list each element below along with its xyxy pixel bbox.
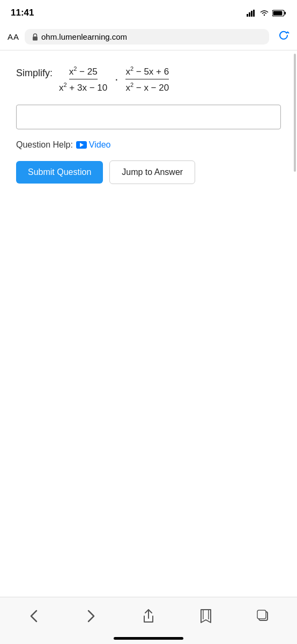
video-link[interactable]: Video: [76, 140, 111, 150]
fraction-2-denominator: x2 − x − 20: [125, 80, 169, 93]
video-link-text: Video: [89, 140, 111, 150]
refresh-icon: [278, 30, 289, 41]
status-bar: 11:41: [0, 0, 297, 24]
jump-to-answer-button[interactable]: Jump to Answer: [109, 160, 195, 184]
signal-icon: [247, 10, 256, 17]
svg-rect-7: [33, 36, 38, 41]
tabs-button[interactable]: [250, 604, 277, 628]
forward-icon: [87, 610, 95, 623]
multiply-dot: ·: [115, 72, 118, 86]
fraction-container: x2 − 25 x2 + 3x − 10 · x2 − 5x + 6 x2 − …: [59, 65, 169, 93]
svg-rect-9: [257, 610, 266, 619]
bookmarks-button[interactable]: [192, 604, 219, 628]
url-text: ohm.lumenlearning.com: [41, 32, 127, 41]
svg-rect-6: [273, 11, 283, 15]
svg-rect-5: [285, 12, 286, 14]
problem-section: Simplify: x2 − 25 x2 + 3x − 10 · x2 − 5x…: [16, 65, 281, 93]
question-help-label: Question Help:: [16, 140, 73, 150]
status-icons: [247, 9, 286, 17]
book-icon: [199, 609, 212, 624]
fraction-1: x2 − 25 x2 + 3x − 10: [59, 65, 107, 93]
browser-bar: AA ohm.lumenlearning.com: [0, 24, 297, 50]
status-time: 11:41: [11, 8, 34, 18]
battery-icon: [272, 10, 286, 17]
tabs-icon: [257, 610, 270, 623]
fraction-1-denominator: x2 + 3x − 10: [59, 80, 107, 93]
share-icon: [143, 609, 154, 624]
home-indicator: [114, 637, 183, 640]
video-play-icon: [76, 141, 87, 149]
fraction-2-numerator: x2 − 5x + 6: [125, 65, 169, 79]
url-bar[interactable]: ohm.lumenlearning.com: [25, 29, 269, 45]
fraction-1-numerator: x2 − 25: [69, 65, 98, 79]
main-content: Simplify: x2 − 25 x2 + 3x − 10 · x2 − 5x…: [0, 50, 297, 195]
back-button[interactable]: [20, 604, 47, 628]
svg-rect-1: [249, 12, 250, 17]
share-button[interactable]: [135, 604, 162, 628]
question-help: Question Help: Video: [16, 140, 281, 150]
back-icon: [30, 610, 38, 623]
browser-aa-button[interactable]: AA: [8, 32, 19, 41]
button-row: Submit Question Jump to Answer: [16, 160, 281, 184]
svg-rect-3: [253, 10, 255, 17]
fraction-2: x2 − 5x + 6 x2 − x − 20: [125, 65, 169, 93]
wifi-icon: [259, 9, 269, 17]
answer-input[interactable]: [16, 105, 281, 129]
lock-icon: [32, 33, 38, 41]
reload-button[interactable]: [278, 30, 289, 44]
svg-rect-0: [247, 14, 248, 17]
forward-button[interactable]: [78, 604, 105, 628]
scroll-indicator[interactable]: [294, 54, 296, 172]
svg-rect-2: [251, 11, 253, 17]
submit-question-button[interactable]: Submit Question: [16, 161, 103, 184]
simplify-label: Simplify:: [16, 68, 53, 79]
